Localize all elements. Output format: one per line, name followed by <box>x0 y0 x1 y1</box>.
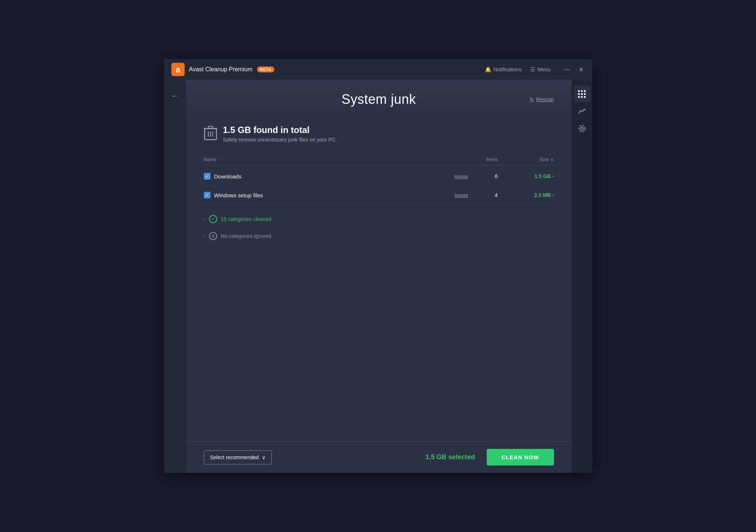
categories-cleaned-label: 15 categories cleaned <box>221 216 271 222</box>
expand-icon: › <box>204 216 205 222</box>
summary-text: 1.5 GB found in total Safely remove unne… <box>223 125 337 143</box>
categories-ignored-row[interactable]: › ⊘ No categories ignored <box>204 228 554 245</box>
table-header: Name Items Size ∨ <box>204 154 554 166</box>
title-bar: a Avast Cleanup Premium BETA 🔔 Notificat… <box>164 59 592 80</box>
menu-label: Menu <box>537 66 550 72</box>
select-recommended-label: Select recommended <box>210 454 259 460</box>
beta-badge: BETA <box>257 66 274 72</box>
content-body: 1.5 GB found in total Safely remove unne… <box>186 116 572 441</box>
svg-point-8 <box>581 127 583 130</box>
row-name-col: ✓ Windows setup files <box>204 192 450 198</box>
summary-description: Safely remove unnecessary junk files on … <box>223 137 337 143</box>
checkmark-icon: ✓ <box>205 174 209 179</box>
windows-setup-size[interactable]: 2.3 MB › <box>510 192 554 198</box>
app-name-label: Avast Cleanup Premium <box>189 66 253 73</box>
table-row: ✓ Downloads Ignore 6 1.5 GB › <box>204 167 554 186</box>
rescan-button[interactable]: ↻ Rescan <box>530 96 554 102</box>
avast-logo: a <box>171 63 185 76</box>
windows-setup-items: 4 <box>473 192 510 198</box>
expand-icon: › <box>204 233 205 239</box>
windows-setup-checkbox[interactable]: ✓ <box>204 192 211 198</box>
cleaned-icon: ✓ <box>209 215 217 223</box>
trash-icon <box>204 126 217 143</box>
window-controls: — ✕ <box>562 66 585 73</box>
chart-view-button[interactable] <box>574 103 590 120</box>
select-recommended-button[interactable]: Select recommended ∨ <box>204 450 272 464</box>
col-items-header: Items <box>473 157 510 162</box>
page-title: System junk <box>342 92 416 107</box>
notifications-label: Notifications <box>493 66 521 72</box>
main-area: ← System junk ↻ Rescan <box>164 80 592 473</box>
col-name-header: Name <box>204 157 473 162</box>
categories-cleaned-row[interactable]: › ✓ 15 categories cleaned <box>204 211 554 228</box>
chevron-right-icon: › <box>553 192 554 198</box>
windows-setup-label: Windows setup files <box>214 192 263 198</box>
bell-icon: 🔔 <box>485 66 491 72</box>
title-bar-right: 🔔 Notifications ☰ Menu — ✕ <box>485 66 585 73</box>
notifications-button[interactable]: 🔔 Notifications <box>485 66 521 72</box>
close-button[interactable]: ✕ <box>577 66 585 73</box>
content-area: System junk ↻ Rescan <box>186 80 572 473</box>
minimize-button[interactable]: — <box>562 66 571 73</box>
selected-size-label: 1.5 GB selected <box>425 453 475 461</box>
junk-table: Name Items Size ∨ ✓ Downloa <box>204 154 554 205</box>
summary-row: 1.5 GB found in total Safely remove unne… <box>204 125 554 143</box>
dropdown-chevron-icon: ∨ <box>262 454 266 460</box>
menu-button[interactable]: ☰ Menu <box>530 66 550 72</box>
grid-icon <box>578 90 586 98</box>
title-bar-left: a Avast Cleanup Premium BETA <box>171 63 274 76</box>
checkmark-icon: ✓ <box>205 192 209 198</box>
rescan-label: Rescan <box>536 96 554 102</box>
downloads-size[interactable]: 1.5 GB › <box>510 173 554 179</box>
svg-rect-4 <box>208 126 213 129</box>
downloads-ignore-button[interactable]: Ignore <box>450 174 473 179</box>
content-header: System junk ↻ Rescan <box>186 80 572 116</box>
windows-setup-ignore-button[interactable]: Ignore <box>450 192 473 198</box>
app-window: a Avast Cleanup Premium BETA 🔔 Notificat… <box>164 59 592 473</box>
svg-text:a: a <box>175 65 180 74</box>
back-button[interactable]: ← <box>168 89 182 103</box>
row-name-col: ✓ Downloads <box>204 173 450 180</box>
left-nav: ← <box>164 80 186 473</box>
rescan-icon: ↻ <box>530 96 534 102</box>
table-row: ✓ Windows setup files Ignore 4 2.3 MB › <box>204 186 554 205</box>
downloads-label: Downloads <box>214 173 242 180</box>
grid-view-button[interactable] <box>574 86 590 102</box>
found-total-label: 1.5 GB found in total <box>223 125 337 135</box>
col-size-header[interactable]: Size ∨ <box>510 157 554 162</box>
categories-ignored-label: No categories ignored <box>221 233 271 239</box>
settings-button[interactable] <box>574 121 590 137</box>
sort-icon: ∨ <box>550 157 554 162</box>
clean-now-button[interactable]: CLEAN NOW <box>487 449 554 466</box>
downloads-items: 6 <box>473 173 510 179</box>
right-sidebar <box>572 80 592 473</box>
downloads-checkbox[interactable]: ✓ <box>204 173 211 180</box>
svg-point-9 <box>579 125 585 132</box>
chevron-right-icon: › <box>553 174 554 179</box>
hamburger-icon: ☰ <box>530 66 535 72</box>
ignored-icon: ⊘ <box>209 232 217 240</box>
gear-icon <box>578 125 586 134</box>
chart-icon <box>578 107 586 117</box>
content-footer: Select recommended ∨ 1.5 GB selected CLE… <box>186 441 572 473</box>
